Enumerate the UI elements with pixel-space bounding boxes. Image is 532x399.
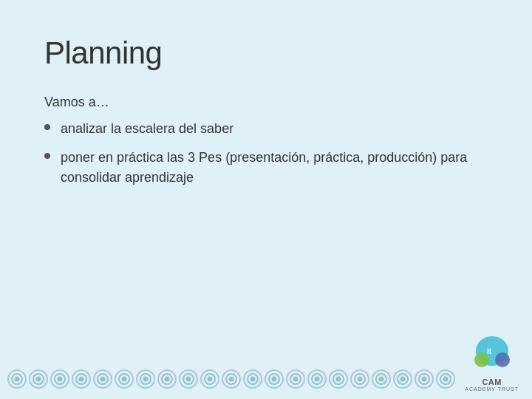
deco-circle bbox=[415, 369, 434, 389]
deco-circle bbox=[93, 369, 112, 389]
svg-point-29 bbox=[315, 377, 320, 382]
svg-point-39 bbox=[422, 377, 427, 382]
svg-point-35 bbox=[379, 377, 384, 382]
svg-point-1 bbox=[15, 377, 20, 382]
deco-circle bbox=[200, 369, 219, 389]
deco-circle bbox=[115, 369, 134, 389]
svg-point-27 bbox=[293, 377, 299, 382]
cam-logo-graphic: it bbox=[467, 335, 517, 379]
svg-point-15 bbox=[165, 377, 170, 382]
deco-circle bbox=[393, 369, 412, 389]
svg-point-25 bbox=[272, 377, 277, 382]
bullet-list: analizar la escalera del saber poner en … bbox=[44, 119, 488, 188]
bullet-text-2: poner en práctica las 3 Pes (presentació… bbox=[61, 148, 488, 188]
svg-point-11 bbox=[122, 377, 127, 382]
svg-point-9 bbox=[100, 377, 106, 382]
deco-circle bbox=[222, 369, 241, 389]
deco-circle bbox=[350, 369, 369, 389]
svg-point-19 bbox=[208, 377, 213, 382]
deco-circle bbox=[243, 369, 262, 389]
deco-circle bbox=[72, 369, 91, 389]
deco-circle bbox=[265, 369, 284, 389]
bullet-item-2: poner en práctica las 3 Pes (presentació… bbox=[44, 148, 488, 188]
deco-circle bbox=[136, 369, 155, 389]
deco-circle bbox=[7, 369, 27, 389]
svg-point-7 bbox=[79, 377, 84, 382]
svg-point-23 bbox=[250, 377, 256, 382]
decorative-circles-row bbox=[0, 369, 532, 389]
deco-circle bbox=[50, 369, 69, 389]
bullet-item-1: analizar la escalera del saber bbox=[44, 119, 488, 139]
svg-point-21 bbox=[229, 377, 234, 382]
svg-point-5 bbox=[58, 377, 63, 382]
deco-circle bbox=[179, 369, 198, 389]
svg-point-17 bbox=[186, 377, 191, 382]
slide-container: Planning Vamos a… analizar la escalera d… bbox=[0, 0, 532, 399]
deco-circle bbox=[329, 369, 348, 389]
deco-circle bbox=[307, 369, 327, 389]
svg-point-44 bbox=[495, 352, 510, 367]
slide-title: Planning bbox=[44, 35, 488, 71]
deco-circle bbox=[157, 369, 177, 389]
cam-logo-text: CAM bbox=[482, 378, 502, 386]
deco-circle bbox=[436, 369, 455, 389]
svg-point-37 bbox=[400, 377, 406, 382]
intro-text: Vamos a… bbox=[44, 95, 488, 110]
deco-circle bbox=[372, 369, 391, 389]
svg-point-41 bbox=[443, 377, 449, 382]
deco-circle bbox=[286, 369, 305, 389]
svg-point-31 bbox=[336, 377, 341, 382]
bullet-dot-2 bbox=[44, 153, 50, 159]
svg-point-3 bbox=[36, 377, 41, 382]
bullet-text-1: analizar la escalera del saber bbox=[61, 119, 233, 139]
bullet-dot-1 bbox=[44, 124, 50, 130]
svg-point-13 bbox=[143, 377, 149, 382]
svg-text:it: it bbox=[487, 347, 492, 355]
deco-circle bbox=[29, 369, 48, 389]
cam-logo-subtitle: ACADEMY TRUST bbox=[465, 386, 519, 392]
cam-logo: it CAM ACADEMY TRUST bbox=[465, 335, 519, 392]
svg-point-33 bbox=[358, 377, 363, 382]
